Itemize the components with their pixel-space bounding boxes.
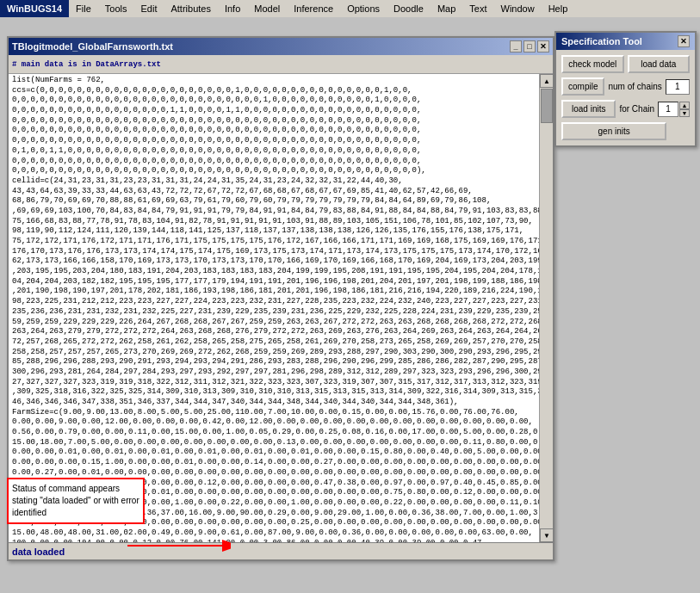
- text-line: 0,0,0,0,0,0,0,0,0,0,0,0,0,0,0,0,0,0,0,0,…: [12, 96, 536, 106]
- text-line: 0,0,0,0,0,0,0,0,0,0,0,0,0,0,0,0,0,0,0,0,…: [12, 166, 536, 176]
- annotation-box: Status of command appears stating "data …: [7, 478, 145, 524]
- text-line: 98,119,90,112,124,111,120,139,144,118,14…: [12, 226, 536, 237]
- scroll-down-button[interactable]: ▼: [540, 528, 553, 542]
- menu-item-file[interactable]: File: [69, 0, 98, 17]
- annotation-text: Status of command appears stating "data …: [12, 484, 139, 517]
- text-line: 0,0,0,0,0,0,0,0,0,0,0,0,0,0,0,0,0,0,0,0,…: [12, 116, 536, 127]
- text-line: ,203,195,195,203,204,180,183,191,204,203…: [12, 267, 536, 277]
- text-line: 258,258,257,257,257,265,273,270,269,269,…: [12, 348, 536, 358]
- spec-tool-close-button[interactable]: ✕: [678, 35, 690, 47]
- text-line: 27,327,327,327,323,319,319,318,322,312,3…: [12, 378, 536, 388]
- menu-item-help[interactable]: Help: [542, 0, 575, 17]
- gen-inits-button[interactable]: gen inits: [561, 122, 666, 140]
- titlebar-buttons: _ □ ✕: [510, 40, 549, 53]
- menu-item-doodle[interactable]: Doodle: [387, 0, 431, 17]
- for-chain-input[interactable]: [658, 102, 678, 117]
- restore-button[interactable]: □: [523, 40, 536, 53]
- menu-item-inference[interactable]: Inference: [287, 0, 340, 17]
- menu-bar: FileToolsEditAttributesInfoModelInferenc…: [69, 0, 574, 17]
- text-line: 46,346,346,346,347,338,351,346,337,344,3…: [12, 398, 536, 408]
- chain-spinner-down[interactable]: ▼: [679, 109, 690, 117]
- text-line: 59,259,259,229,229,229,226,264,267,268,2…: [12, 318, 536, 328]
- document-text[interactable]: list(NumFarms = 762,ccs=c(0,0,0,0,0,0,0,…: [9, 74, 539, 542]
- document-toolbar: # main data is in DataArrays.txt: [9, 55, 553, 74]
- application-bar: WinBUGS14 FileToolsEditAttributesInfoMod…: [0, 0, 700, 17]
- menu-item-tools[interactable]: Tools: [98, 0, 134, 17]
- spec-tool-titlebar: Specification Tool ✕: [556, 33, 695, 50]
- document-title: TBlogitmodel_GlobalFarnsworth.txt: [12, 41, 173, 52]
- load-data-button[interactable]: load data: [628, 55, 691, 73]
- document-content: list(NumFarms = 762,ccs=c(0,0,0,0,0,0,0,…: [9, 74, 553, 542]
- menu-item-model[interactable]: Model: [247, 0, 287, 17]
- text-line: 85,288,296,296,288,293,290,291,293,294,2…: [12, 357, 536, 368]
- text-line: ccs=c(0,0,0,0,0,0,0,0,0,0,0,0,0,0,0,0,0,…: [12, 86, 536, 96]
- load-inits-button[interactable]: load inits: [561, 100, 616, 118]
- text-line: 263,264,263,279,279,272,272,272,264,263,…: [12, 327, 536, 337]
- chain-spinner-up[interactable]: ▲: [679, 102, 690, 109]
- text-line: ,309,325,318,316,322,325,325,314,309,310…: [12, 387, 536, 398]
- text-line: 72,257,268,265,272,272,262,258,261,262,2…: [12, 337, 536, 348]
- menu-item-info[interactable]: Info: [218, 0, 247, 17]
- text-line: FarmSize=c(9.00,9.00,13.00,8.00,5.00,5.0…: [12, 408, 536, 418]
- num-chains-input[interactable]: [666, 79, 690, 95]
- close-button[interactable]: ✕: [537, 40, 549, 53]
- text-line: 300,296,293,281,264,284,297,284,293,297,…: [12, 368, 536, 378]
- specification-tool: Specification Tool ✕ check model load da…: [554, 31, 697, 147]
- text-line: 0.56,0.00,0.79,0.00,0.00,0.11,0.00,15.00…: [12, 428, 536, 438]
- text-line: 15.00,48.00,48.00,31.00,02.00,0.49,0.00,…: [12, 528, 536, 539]
- text-line: 0,0,0,0,0,0,0,0,0,0,0,0,0,0,0,0,0,1,1,0,…: [12, 106, 536, 116]
- status-text: data loaded: [12, 547, 65, 557]
- menu-item-text[interactable]: Text: [462, 0, 493, 17]
- menu-item-window[interactable]: Window: [494, 0, 542, 17]
- text-line: 98,223,225,231,212,212,223,223,227,227,2…: [12, 297, 536, 307]
- text-line: 43,43,64,63,39,33,33,44,63,63,43,72,72,7…: [12, 187, 536, 197]
- for-chain-label: for Chain: [619, 104, 654, 114]
- text-line: 62,173,173,166,166,158,170,169,173,173,1…: [12, 256, 536, 267]
- compile-button[interactable]: compile: [561, 77, 604, 96]
- spec-tool-content: check model load data compile num of cha…: [556, 50, 695, 145]
- toolbar-text: # main data is in DataArrays.txt: [12, 60, 161, 69]
- text-line: 0,1,0,0,1,1,0,0,0,0,0,0,0,0,0,0,0,0,0,0,…: [12, 146, 536, 157]
- spec-row-1: check model load data: [561, 55, 690, 73]
- chain-spinner-controls: ▲ ▼: [679, 102, 690, 117]
- document-titlebar: TBlogitmodel_GlobalFarnsworth.txt _ □ ✕: [9, 38, 553, 55]
- scrollbar: ▲ ▼: [539, 74, 553, 542]
- annotation-arrow: [127, 537, 231, 571]
- text-line: ,201,190,198,190,197,201,178,202,181,186…: [12, 287, 536, 297]
- check-model-button[interactable]: check model: [561, 55, 624, 73]
- text-line: cellid=c(24,31,23,31,31,23,23,31,31,31,2…: [12, 176, 536, 187]
- menu-item-map[interactable]: Map: [431, 0, 462, 17]
- text-line: 04,204,204,203,182,182,195,195,195,177,1…: [12, 277, 536, 287]
- text-line: 235,236,236,231,231,232,231,232,225,227,…: [12, 307, 536, 318]
- text-line: 0.00,0.00,0.00,0.15,1.00,0.00,0.00,0.01,…: [12, 458, 536, 468]
- scroll-up-button[interactable]: ▲: [540, 74, 553, 88]
- for-chain-spinner: ▲ ▼: [658, 102, 690, 117]
- text-line: 0.00,0.00,9.00,0.00,12.00,0.00,0.00,0.00…: [12, 417, 536, 428]
- text-line: 176,170,173,176,176,173,173,174,174,175,…: [12, 247, 536, 257]
- spec-row-4: gen inits: [561, 122, 690, 140]
- minimize-button[interactable]: _: [510, 40, 522, 53]
- text-line: 0.00,0.00,0.01,0.00,0.01,0.00,0.01,0.00,…: [12, 448, 536, 458]
- text-line: 100,0.00,0.00,104.00,0.00,0.12,0.00,76.0…: [12, 539, 536, 542]
- spec-tool-title: Specification Tool: [561, 36, 642, 46]
- menu-item-attributes[interactable]: Attributes: [164, 0, 217, 17]
- status-bar: data loaded: [9, 542, 553, 559]
- text-line: 0,0,0,0,0,0,0,0,0,0,0,0,0,0,0,0,0,0,0,0,…: [12, 136, 536, 146]
- scrollbar-thumb[interactable]: [541, 89, 553, 123]
- menu-item-options[interactable]: Options: [340, 0, 387, 17]
- menu-item-edit[interactable]: Edit: [134, 0, 164, 17]
- text-line: 75,172,172,171,176,172,171,171,176,171,1…: [12, 237, 536, 247]
- text-line: 15.00,18.00,7.00,5.00,0.00,0.00,0.00,0.0…: [12, 438, 536, 448]
- text-line: ,69,69,69,103,100,70,84,83,84,84,79,91,9…: [12, 207, 536, 217]
- spec-row-2: compile num of chains: [561, 77, 690, 96]
- app-title: WinBUGS14: [0, 0, 69, 17]
- text-line: 68,86,79,70,69,69,70,88,88,61,69,69,63,7…: [12, 196, 536, 207]
- text-line: 0,0,0,0,0,0,0,0,0,0,0,0,0,0,0,0,0,0,0,0,…: [12, 126, 536, 136]
- spec-row-3: load inits for Chain ▲ ▼: [561, 100, 690, 118]
- scrollbar-track[interactable]: [540, 88, 553, 528]
- text-line: 0,0,0,0,0,0,0,0,0,0,0,0,0,0,0,0,0,0,0,0,…: [12, 157, 536, 167]
- text-line: 75,166,68,83,88,77,78,91,78,83,104,91,82…: [12, 217, 536, 227]
- text-line: 0.00,0.27,0.00,0.01,0.00,0.00,0.00,0.00,…: [12, 468, 536, 479]
- text-line: list(NumFarms = 762,: [12, 76, 536, 86]
- num-chains-label: num of chains: [608, 82, 661, 91]
